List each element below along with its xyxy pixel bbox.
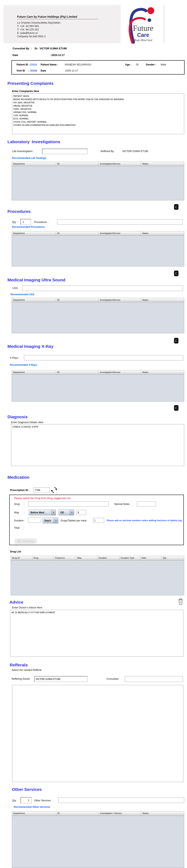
- clear-lab-table-button[interactable]: [174, 204, 179, 211]
- clear-procedures-table-button[interactable]: [174, 270, 179, 277]
- prescription-page: { "header": { "clinic_name": "Future Car…: [0, 0, 187, 868]
- lab-col-id: ID: [56, 162, 99, 166]
- per-meal-input[interactable]: [93, 518, 104, 523]
- section-title-diagnosis: Diagnosis: [7, 414, 28, 419]
- consultant-input[interactable]: [125, 676, 183, 682]
- reffered-by-value: VICTOR OJIMA ETUBI: [122, 150, 148, 153]
- clinic-address-line: Le Chainter,Victoria,Mahe,Seychelles: [17, 21, 61, 25]
- section-title-ultrasound: Medical Imaging Ultra Sound: [7, 278, 65, 282]
- xray-col-service: Investigation/Service: [99, 370, 141, 374]
- trash-icon: [174, 405, 179, 411]
- clear-drug-list-button[interactable]: [178, 598, 183, 606]
- consultant-label: Consultant: [107, 678, 119, 680]
- trash-outline-icon: [178, 598, 183, 605]
- section-title-procedures: Procedures: [7, 209, 31, 214]
- uss-col-id: ID: [56, 298, 99, 302]
- visit-id-label: Visit ID :: [16, 69, 29, 72]
- trash-icon: [174, 270, 179, 277]
- patient-info-box: Patient ID : 11014 Patient Name : VIGNES…: [11, 60, 185, 74]
- lab-investigation-input[interactable]: [42, 149, 88, 154]
- other-field-label: Other Services :: [34, 799, 52, 802]
- meal-time-value: Before Meal: [29, 511, 51, 514]
- complaints-textarea[interactable]: PATIENT SEEN. BEING REVIEWED WITH RESULT…: [12, 93, 184, 134]
- drug-suggestion-warning: Please select the Drug from Drug suggess…: [14, 497, 71, 500]
- xray-table-header: Department ID Investigation/Service Stat…: [12, 370, 184, 375]
- other-table-header: Department ID Investigation / Service St…: [12, 811, 184, 816]
- gender-label: Gender :: [146, 63, 156, 66]
- add-drug-button[interactable]: Add Drug: [15, 538, 37, 544]
- total-label: Total :: [14, 526, 24, 529]
- section-title-laboratory: Laboratory Investigations: [7, 140, 60, 144]
- consult-date-label: Date: [12, 54, 18, 57]
- uss-table-header: Department ID Investigation/Service Stat…: [12, 298, 184, 302]
- duration-input[interactable]: [28, 518, 41, 523]
- uss-input[interactable]: [22, 286, 183, 291]
- recommended-xray-label: Recommended X-Rays: [10, 364, 37, 366]
- reffered-by-label: Reffered By :: [101, 150, 115, 153]
- prescription-id-label: Prescription ID :: [10, 489, 30, 492]
- xray-col-status: Status: [141, 370, 184, 374]
- duration-unit-dropdown[interactable]: Day/s ▼: [43, 518, 58, 523]
- procedures-qty-label: Qty :: [12, 221, 17, 223]
- reffering-doctor-label: Reffering Doctor: [12, 678, 30, 680]
- duration-label: Duration :: [14, 519, 25, 522]
- clinic-phone-2: T: +24 84 225 252: [17, 28, 39, 31]
- procedures-qty-input[interactable]: [20, 219, 31, 225]
- uss-col-service: Investigation/Service: [99, 298, 141, 302]
- section-title-advice: Advice: [9, 600, 23, 604]
- clear-xray-table-button[interactable]: [174, 405, 179, 412]
- consulted-by-value: Dr. VICTOR OJIMA ETUBI: [35, 47, 67, 50]
- meal-time-dropdown[interactable]: Before Meal ▼: [29, 509, 56, 515]
- drug-list-header: Drug ID Drug Fequency Way Duration Durat…: [11, 556, 184, 560]
- other-col-service: Investigation / Service: [99, 811, 141, 816]
- lab-col-department: Department: [12, 162, 56, 166]
- clinic-header: Future Care by Future Holdings (Pty) Lim…: [3, 5, 165, 43]
- procedures-table-header: Department ID Investigation/Service Stat…: [12, 231, 184, 236]
- section-title-presenting-complaints: Presenting Complaints: [7, 81, 53, 86]
- other-services-table: Department ID Investigation / Service St…: [12, 811, 184, 868]
- diagnosis-sub-label: Enter Diagnosis Details Here: [11, 421, 43, 424]
- patient-name-value: VIGNESH SELVARASU: [65, 63, 91, 66]
- other-col-status: Status: [141, 811, 184, 816]
- fraction-note: Please add as decimal numbers when addin…: [107, 519, 183, 522]
- duration-unit-value: Day/s: [43, 519, 54, 522]
- clear-uss-table-button[interactable]: [174, 338, 179, 345]
- frequency-dropdown[interactable]: OD ▼: [59, 509, 74, 515]
- medication-entry-box: Please select the Drug from Drug suggess…: [9, 495, 184, 545]
- frequency-value: OD: [59, 511, 70, 514]
- recommended-other-label: Recommended Other Services: [14, 806, 50, 808]
- refferal-list-box[interactable]: [12, 685, 183, 782]
- other-qty-label: Qty :: [12, 799, 17, 802]
- other-col-id: ID: [56, 811, 99, 816]
- refresh-prescription-button[interactable]: [51, 487, 57, 494]
- procedures-field-label: Procedures :: [34, 221, 48, 223]
- xray-col-department: Department: [12, 370, 56, 374]
- consult-date-value: : 2025-12-17: [50, 54, 65, 57]
- way-label: Way :: [14, 511, 25, 514]
- lab-table-header: Department ID Investigation/Service Stat…: [12, 162, 184, 166]
- procedures-col-id: ID: [56, 231, 99, 236]
- drug-input[interactable]: [28, 501, 109, 506]
- patient-id-value: 11014: [30, 63, 37, 66]
- advice-sub-label: Enter Doctor's Advice Here: [12, 606, 42, 609]
- way-qty-input[interactable]: [76, 510, 86, 515]
- drug-list-table: Drug ID Drug Fequency Way Duration Durat…: [11, 556, 184, 595]
- diagnosis-textarea[interactable]: STABLE CLINICAL STATE: [11, 424, 184, 466]
- heart-icon: ♥: [141, 34, 143, 37]
- logo-word-future: Future: [133, 24, 153, 32]
- prescription-id-input[interactable]: [34, 487, 50, 493]
- trash-icon: [174, 338, 179, 344]
- clinic-logo: Future Care ♥ Body Mind Soul: [121, 4, 163, 44]
- advice-textarea[interactable]: HE IS MEDICALLY FIT FOR EMPLOYMENT: [10, 610, 183, 656]
- uss-col-status: Status: [141, 298, 184, 302]
- logo-tagline: Body Mind Soul: [134, 39, 152, 42]
- plus-circle-icon: [17, 539, 21, 543]
- special-notes-input[interactable]: [137, 501, 156, 506]
- procedures-input[interactable]: [57, 219, 183, 224]
- uss-table: Department ID Investigation/Service Stat…: [12, 298, 184, 333]
- section-title-medication: Medication: [7, 475, 30, 480]
- other-qty-input[interactable]: [21, 797, 32, 804]
- reffering-doctor-input[interactable]: [34, 676, 88, 682]
- xray-input[interactable]: [24, 355, 183, 361]
- other-services-input[interactable]: [58, 798, 184, 803]
